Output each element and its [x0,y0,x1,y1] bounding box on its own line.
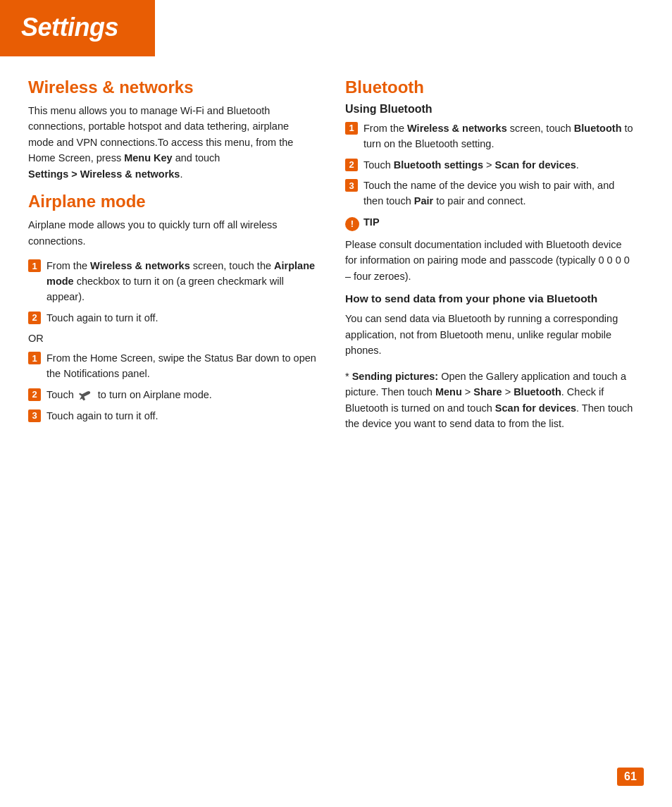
airplane-step-1-1: 1 From the Wireless & networks screen, t… [28,259,317,304]
airplane-step-2-3: 3 Touch again to turn it off. [28,409,317,424]
airplane-mode-icon [78,389,94,402]
bluetooth-heading: Bluetooth [345,78,634,97]
right-column: Bluetooth Using Bluetooth 1 From the Wir… [345,78,634,431]
or-divider: OR [28,333,317,344]
airplane-steps-1: 1 From the Wireless & networks screen, t… [28,259,317,326]
airplane-step-2-2: 2 Touch to turn on Airplane mode. [28,388,317,403]
wireless-body-end: and touch [175,152,220,164]
left-column: Wireless & networks This menu allows you… [28,78,317,431]
step-badge-1: 1 [28,259,41,272]
airplane-step-2-1: 1 From the Home Screen, swipe the Status… [28,351,317,382]
step-1-1-text: From the Wireless & networks screen, tou… [46,259,317,304]
step2-badge-2: 2 [28,388,41,401]
airplane-body: Airplane mode allows you to quickly turn… [28,217,317,249]
send-data-body: You can send data via Bluetooth by runni… [345,311,634,358]
bluetooth-step-3: 3 Touch the name of the device you wish … [345,178,634,209]
bluetooth-steps: 1 From the Wireless & networks screen, t… [345,121,634,209]
bluetooth-step-2: 2 Touch Bluetooth settings > Scan for de… [345,158,634,173]
airplane-section: Airplane mode Airplane mode allows you t… [28,192,317,424]
airplane-step-1-2: 2 Touch again to turn it off. [28,311,317,326]
airplane-heading: Airplane mode [28,192,317,211]
step2-badge-3: 3 [28,409,41,422]
bt-badge-3: 3 [345,179,358,192]
bt-badge-1: 1 [345,122,358,135]
tip-body: Please consult documentation included wi… [345,237,634,284]
asterisk-prefix: * [345,371,352,382]
bt-step-2-text: Touch Bluetooth settings > Scan for devi… [363,158,579,173]
asterisk-note: * Sending pictures: Open the Gallery app… [345,369,634,432]
step-1-2-text: Touch again to turn it off. [46,311,158,326]
step-2-2-text: Touch to turn on Airplane mode. [46,388,212,403]
wireless-section: Wireless & networks This menu allows you… [28,78,317,182]
tip-label: TIP [363,216,380,228]
step-badge-2: 2 [28,312,41,324]
step2-badge-1: 1 [28,352,41,364]
bt-step-1-text: From the Wireless & networks screen, tou… [363,121,634,152]
send-data-heading: How to send data from your phone via Blu… [345,292,634,305]
wireless-body: This menu allows you to manage Wi-Fi and… [28,103,317,182]
tip-icon: ! [345,217,359,231]
wireless-settings-link: Settings > Wireless & networks [28,168,180,180]
tip-box: ! TIP [345,216,634,231]
bluetooth-sub-heading: Using Bluetooth [345,103,634,116]
wireless-period: . [180,168,182,180]
bluetooth-step-1: 1 From the Wireless & networks screen, t… [345,121,634,152]
airplane-steps-2: 1 From the Home Screen, swipe the Status… [28,351,317,424]
page-number: 61 [617,768,644,786]
bluetooth-section: Bluetooth Using Bluetooth 1 From the Wir… [345,78,634,431]
wireless-menu-key: Menu Key [124,152,173,164]
step-2-3-text: Touch again to turn it off. [46,409,158,424]
page-title: Settings [21,13,118,42]
main-content: Wireless & networks This menu allows you… [0,0,672,431]
sending-pictures-label: Sending pictures: [352,371,438,382]
step-2-1-text: From the Home Screen, swipe the Status B… [46,351,317,382]
wireless-heading: Wireless & networks [28,78,317,97]
bt-step-3-text: Touch the name of the device you wish to… [363,178,634,209]
bt-badge-2: 2 [345,159,358,171]
